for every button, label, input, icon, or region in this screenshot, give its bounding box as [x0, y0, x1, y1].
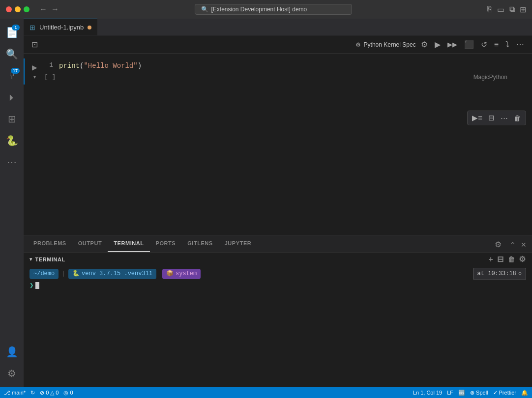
- sidebar-item-explorer[interactable]: 📄 1: [2, 23, 22, 42]
- status-spell[interactable]: ⊗ Spell: [470, 390, 488, 396]
- notebook-content: ▶≡ ⊟ ⋯ 🗑 ▶ ▾ 1 print: [24, 54, 532, 235]
- panel-tab-jupyter[interactable]: JUPYTER: [219, 235, 258, 252]
- terminal-line-2[interactable]: ❯: [30, 280, 526, 291]
- layout-panel-icon[interactable]: ▭: [497, 5, 504, 14]
- close-button[interactable]: [6, 6, 12, 12]
- cell-more-button[interactable]: ⋯: [498, 112, 510, 124]
- status-encoding[interactable]: 🔤: [458, 390, 465, 396]
- customize-layout-icon[interactable]: ⊞: [520, 5, 526, 14]
- panel-tab-terminal[interactable]: TERMINAL: [108, 235, 149, 252]
- terminal-cursor: [35, 282, 39, 289]
- prettier-label: Prettier: [499, 390, 516, 396]
- main-layout: 📄 1 🔍 ⑂ 17 ⏵ ⊞ 🐍 ⋯ 👤 ⚙: [0, 19, 532, 387]
- terminal-content-area: ▾ TERMINAL + ⊟ 🗑 ⚙ ~/demo |: [24, 253, 532, 387]
- terminal-prompt-icon: ❯: [30, 280, 33, 291]
- panel-maximize-button[interactable]: ⌃: [508, 239, 517, 250]
- minimize-button[interactable]: [15, 6, 21, 12]
- kernel-settings-button[interactable]: ⚙: [419, 39, 430, 50]
- kernel-icon: ⊡: [30, 39, 40, 50]
- output-bracket: [ ]: [44, 73, 56, 81]
- panel-tab-problems[interactable]: PROBLEMS: [28, 235, 72, 252]
- cell-run-area: ▶ ▾: [29, 60, 40, 80]
- cell-code-area[interactable]: 1 print ( "Hello World" ) [ ]: [44, 60, 528, 83]
- interrupt-kernel-button[interactable]: ⬛: [462, 39, 476, 50]
- status-errors[interactable]: ⊘ 0 △ 0: [40, 390, 59, 396]
- layout-split-icon[interactable]: ⧉: [509, 5, 515, 14]
- terminal-separator-1: |: [61, 269, 65, 279]
- activity-bar-bottom: 👤 ⚙: [2, 342, 22, 383]
- code-line-1: 1 print ( "Hello World" ): [44, 60, 528, 71]
- panel-close-button[interactable]: ✕: [519, 239, 528, 250]
- traffic-lights: [6, 6, 30, 12]
- cell-delete-button[interactable]: 🗑: [511, 113, 524, 124]
- terminal-line-1: ~/demo | 🐍 venv 3.7.15 .venv311 📦 system: [30, 268, 526, 280]
- cell-execute-button[interactable]: ▶≡: [470, 112, 485, 124]
- status-radio[interactable]: ◎ 0: [63, 390, 73, 396]
- line-number-1: 1: [44, 60, 59, 71]
- panel-tab-gitlens[interactable]: GITLENS: [181, 235, 219, 252]
- status-branch[interactable]: ⎇ main*: [4, 390, 26, 396]
- panel-tab-output[interactable]: OUTPUT: [72, 235, 108, 252]
- run-above-button[interactable]: ▶▶: [445, 40, 459, 49]
- sidebar-item-settings[interactable]: ⚙: [2, 364, 22, 383]
- branch-icon: ⎇: [4, 390, 10, 396]
- sidebar-item-debug[interactable]: ⏵: [2, 87, 22, 107]
- terminal-clock-icon: ○: [518, 269, 522, 279]
- terminal-venv-badge: 🐍 venv 3.7.15 .venv311: [68, 269, 156, 279]
- status-line-ending[interactable]: LF: [447, 390, 453, 396]
- status-cursor-pos[interactable]: Ln 1, Col 19: [413, 390, 442, 396]
- tab-notebook[interactable]: ⊞ Untitled-1.ipynb: [24, 19, 97, 35]
- terminal-venv-emoji: 🐍: [72, 269, 80, 279]
- command-palette[interactable]: 🔍 [Extension Development Host] demo: [195, 4, 352, 15]
- forward-arrow-icon[interactable]: →: [51, 5, 59, 14]
- panel-tab-bar: PROBLEMS OUTPUT TERMINAL PORTS GITLENS J…: [24, 235, 532, 253]
- sidebar-item-more[interactable]: ⋯: [2, 152, 22, 172]
- terminal-trash-icon[interactable]: 🗑: [508, 256, 515, 263]
- debug-icon: ⏵: [7, 92, 16, 103]
- branch-name: main*: [12, 390, 26, 396]
- explorer-badge: 1: [12, 25, 20, 30]
- run-cell-button[interactable]: ▶: [29, 61, 40, 73]
- restart-kernel-button[interactable]: ↺: [479, 39, 489, 50]
- kernel-info[interactable]: ⚙ Python Kernel Spec: [355, 41, 416, 48]
- terminal-path-text: ~/demo: [33, 269, 55, 279]
- panel-area: PROBLEMS OUTPUT TERMINAL PORTS GITLENS J…: [24, 235, 532, 387]
- terminal-system-badge: 📦 system: [162, 269, 201, 279]
- panel-tab-ports[interactable]: PORTS: [150, 235, 182, 252]
- status-prettier[interactable]: ✓ Prettier: [493, 390, 516, 396]
- more-actions-button[interactable]: ⋯: [514, 39, 526, 50]
- back-arrow-icon[interactable]: ←: [39, 5, 47, 14]
- editor-area: ⊞ Untitled-1.ipynb ⊡ ⚙ Python Kernel Spe…: [24, 19, 532, 387]
- notebook-icon: ⊞: [30, 24, 35, 31]
- status-sync[interactable]: ↻: [30, 390, 35, 396]
- titlebar-icons: ⎘ ▭ ⧉ ⊞: [487, 5, 526, 14]
- terminal-collapse-arrow[interactable]: ▾: [30, 256, 32, 262]
- radio-count: 0: [70, 390, 73, 396]
- terminal-add-icon[interactable]: +: [488, 255, 493, 264]
- terminal-split-icon[interactable]: ⊟: [497, 255, 504, 264]
- terminal-settings-icon[interactable]: ⚙: [519, 255, 526, 264]
- sidebar-item-python[interactable]: 🐍: [2, 131, 22, 150]
- cell-split-button[interactable]: ⊟: [486, 112, 497, 124]
- terminal-system-emoji: 📦: [166, 269, 174, 279]
- sidebar-item-accounts[interactable]: 👤: [2, 342, 22, 362]
- warnings-icon: △: [50, 390, 54, 396]
- python-icon: 🐍: [6, 135, 18, 146]
- run-all-button[interactable]: ▶: [433, 39, 443, 50]
- code-cell[interactable]: ▶ ▾ 1 print ( "Hello World" ): [24, 58, 532, 85]
- terminal-time: at 10:33:18 ○: [473, 268, 526, 280]
- terminal-header: ▾ TERMINAL + ⊟ 🗑 ⚙: [24, 253, 532, 266]
- search-icon: 🔍: [201, 6, 208, 13]
- sidebar-item-source-control[interactable]: ⑂ 17: [2, 66, 22, 85]
- sidebar-item-search[interactable]: 🔍: [2, 44, 22, 64]
- export-button[interactable]: ⤵: [503, 39, 511, 50]
- status-notification[interactable]: 🔔: [521, 390, 528, 396]
- panel-settings-icon[interactable]: ⚙: [494, 239, 502, 250]
- notebook-outline-button[interactable]: ≡: [492, 39, 501, 50]
- run-dropdown-arrow[interactable]: ▾: [33, 74, 36, 80]
- maximize-button[interactable]: [24, 6, 30, 12]
- cell-code-content: 1 print ( "Hello World" ): [44, 60, 528, 71]
- sidebar-item-extensions[interactable]: ⊞: [2, 109, 22, 129]
- layout-sidebar-icon[interactable]: ⎘: [487, 5, 492, 14]
- extensions-icon: ⊞: [8, 113, 16, 125]
